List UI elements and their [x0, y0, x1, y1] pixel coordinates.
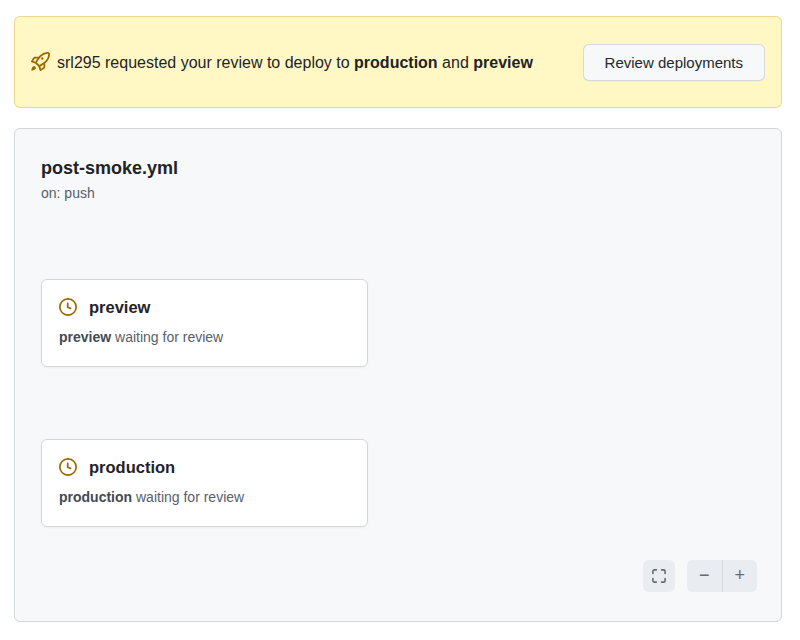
banner-actor: srl295 — [57, 54, 101, 71]
zoom-in-button[interactable]: + — [723, 560, 758, 592]
job-name: preview — [89, 296, 150, 318]
job-title-row: production — [59, 456, 350, 478]
workflow-graph-panel: post-smoke.yml on: push preview preview … — [14, 128, 782, 622]
banner-text: requested your review to deploy to — [105, 54, 350, 71]
job-card-preview[interactable]: preview preview waiting for review — [41, 279, 368, 367]
rocket-icon — [31, 52, 50, 71]
clock-icon — [59, 298, 77, 316]
job-status-text: waiting for review — [136, 489, 244, 505]
job-status-env: preview — [59, 329, 111, 345]
clock-icon — [59, 458, 77, 476]
job-title-row: preview — [59, 296, 350, 318]
job-status: preview waiting for review — [59, 328, 350, 346]
banner-env-production: production — [354, 54, 438, 71]
banner-message: srl295 requested your review to deploy t… — [31, 50, 567, 75]
workflow-trigger: on: push — [41, 184, 178, 202]
zoom-control-group: − + — [687, 560, 757, 592]
job-status: production waiting for review — [59, 488, 350, 506]
job-status-env: production — [59, 489, 132, 505]
fit-to-window-button[interactable] — [643, 560, 675, 592]
review-deployments-button[interactable]: Review deployments — [583, 44, 765, 81]
banner-env-preview: preview — [473, 54, 533, 71]
workflow-heading: post-smoke.yml on: push — [41, 156, 178, 202]
job-status-text: waiting for review — [115, 329, 223, 345]
job-name: production — [89, 456, 175, 478]
fit-to-window-icon — [651, 568, 667, 584]
zoom-out-button[interactable]: − — [687, 560, 722, 592]
deployment-review-banner: srl295 requested your review to deploy t… — [14, 16, 782, 108]
job-card-production[interactable]: production production waiting for review — [41, 439, 368, 527]
workflow-title: post-smoke.yml — [41, 156, 178, 180]
banner-conjunction: and — [442, 54, 469, 71]
